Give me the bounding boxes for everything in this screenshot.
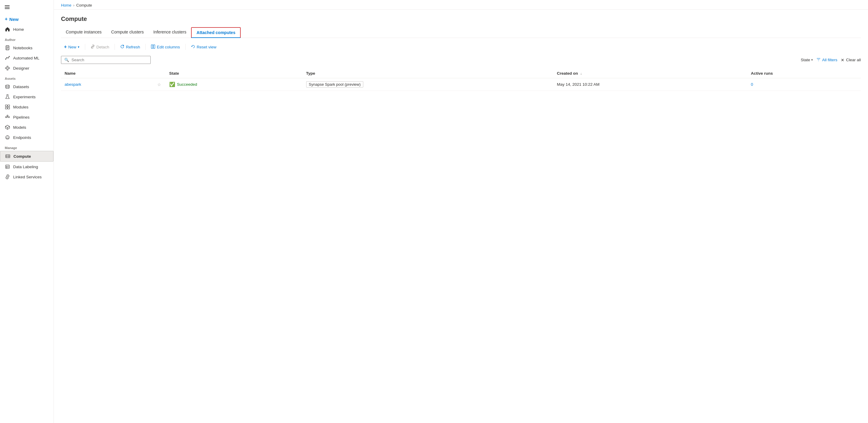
breadcrumb-current: Compute	[76, 3, 92, 7]
state-label: Succeeded	[177, 82, 197, 87]
models-icon	[5, 125, 10, 130]
endpoints-icon	[5, 135, 10, 140]
sidebar-item-models[interactable]: Models	[0, 122, 54, 132]
edit-columns-button[interactable]: Edit columns	[148, 43, 183, 51]
designer-icon	[5, 65, 10, 71]
svg-rect-21	[5, 107, 7, 109]
filter-icon	[816, 58, 820, 62]
author-section-label: Author	[0, 34, 54, 43]
new-dropdown-chevron: ▾	[78, 45, 80, 49]
svg-point-17	[6, 85, 9, 86]
tab-bar: Compute instances Compute clusters Infer…	[61, 27, 861, 38]
sidebar-item-automated-ml[interactable]: Automated ML	[0, 53, 54, 63]
svg-rect-11	[7, 69, 8, 70]
svg-line-29	[7, 126, 9, 128]
clear-all-button[interactable]: ✕ Clear all	[841, 58, 861, 62]
svg-point-24	[8, 117, 9, 118]
edit-columns-icon	[151, 44, 155, 50]
sidebar-item-notebooks[interactable]: Notebooks	[0, 43, 54, 53]
search-input[interactable]	[71, 58, 147, 62]
cell-created-on: May 14, 2021 10:22 AM	[553, 78, 747, 91]
plus-icon: +	[5, 17, 7, 22]
pipelines-icon	[5, 115, 10, 120]
main-content: Home › Compute Compute Compute instances…	[54, 0, 868, 423]
automated-ml-icon	[5, 55, 10, 61]
svg-line-30	[5, 126, 7, 128]
sidebar-item-designer[interactable]: Designer	[0, 63, 54, 73]
sidebar-item-compute[interactable]: Compute	[0, 151, 54, 162]
linked-services-icon	[5, 174, 10, 180]
home-icon	[5, 27, 10, 32]
compute-icon	[5, 154, 10, 159]
tab-compute-clusters[interactable]: Compute clusters	[106, 27, 149, 38]
manage-section-label: Manage	[0, 142, 54, 151]
svg-rect-10	[7, 66, 8, 67]
svg-rect-37	[6, 165, 9, 168]
svg-rect-22	[8, 107, 9, 109]
sidebar-item-datasets[interactable]: Datasets	[0, 82, 54, 92]
search-box[interactable]: 🔍	[61, 56, 151, 64]
tab-compute-instances[interactable]: Compute instances	[61, 27, 106, 38]
cell-star: ☆	[154, 78, 166, 91]
notebooks-icon	[5, 45, 10, 51]
svg-point-25	[7, 115, 8, 116]
sidebar-item-endpoints[interactable]: Endpoints	[0, 132, 54, 142]
new-button[interactable]: + New ▾	[61, 43, 83, 51]
sidebar-new-button[interactable]: + New	[0, 14, 54, 24]
svg-rect-43	[153, 44, 155, 48]
content-area: Compute Compute instances Compute cluste…	[54, 9, 868, 423]
svg-rect-20	[8, 105, 9, 107]
clear-icon: ✕	[841, 58, 844, 62]
plus-icon: +	[64, 44, 67, 50]
refresh-icon	[120, 44, 124, 50]
star-icon[interactable]: ☆	[157, 82, 161, 87]
tab-attached-computes[interactable]: Attached computes	[191, 27, 241, 38]
toolbar: + New ▾ Detach Refresh	[61, 43, 861, 51]
compute-name-link[interactable]: abespark	[65, 82, 81, 87]
toolbar-sep-3	[145, 44, 146, 50]
svg-point-7	[5, 59, 6, 60]
table-row: abespark ☆ ✅ Succeeded Synapse Spark poo…	[61, 78, 861, 91]
cell-active-runs: 0	[747, 78, 861, 91]
sidebar-item-experiments[interactable]: Experiments	[0, 92, 54, 102]
all-filters-button[interactable]: All filters	[816, 58, 837, 62]
reset-view-button[interactable]: Reset view	[188, 43, 219, 51]
sort-icon: ↓	[580, 72, 582, 75]
refresh-button[interactable]: Refresh	[117, 43, 143, 51]
tab-inference-clusters[interactable]: Inference clusters	[149, 27, 191, 38]
svg-rect-0	[5, 5, 9, 6]
detach-icon	[91, 44, 95, 50]
col-header-type: Type	[303, 69, 553, 78]
svg-rect-19	[5, 105, 7, 107]
compute-table: Name State Type Created on ↓ Active runs…	[61, 69, 861, 91]
sidebar-item-linked-services[interactable]: Linked Services	[0, 172, 54, 182]
detach-button[interactable]: Detach	[88, 43, 112, 51]
sidebar-item-modules[interactable]: Modules	[0, 102, 54, 112]
filter-right: State ▾ All filters ✕ Clear all	[801, 58, 861, 62]
svg-rect-2	[5, 8, 9, 9]
datasets-icon	[5, 84, 10, 89]
cell-state: ✅ Succeeded	[166, 78, 303, 91]
col-header-state: State	[166, 69, 303, 78]
cell-type: Synapse Spark pool (preview)	[303, 78, 553, 91]
sidebar-item-data-labeling[interactable]: Data Labeling	[0, 162, 54, 172]
filter-bar: 🔍 State ▾ All filters ✕ Clear all	[61, 56, 861, 64]
toolbar-sep-2	[115, 44, 115, 50]
hamburger-menu[interactable]	[0, 2, 54, 14]
modules-icon	[5, 104, 10, 110]
breadcrumb: Home › Compute	[54, 0, 868, 9]
cell-name: abespark	[61, 78, 154, 91]
svg-rect-9	[5, 67, 7, 69]
search-icon: 🔍	[64, 58, 69, 62]
page-title: Compute	[61, 15, 861, 23]
active-runs-link[interactable]: 0	[751, 82, 753, 87]
data-labeling-icon	[5, 164, 10, 169]
svg-rect-12	[8, 67, 9, 69]
sidebar-item-home[interactable]: Home	[0, 24, 54, 34]
breadcrumb-home-link[interactable]: Home	[61, 3, 71, 7]
state-filter[interactable]: State ▾	[801, 58, 813, 62]
svg-rect-42	[151, 44, 153, 48]
experiments-icon	[5, 94, 10, 99]
sidebar-item-pipelines[interactable]: Pipelines	[0, 112, 54, 122]
col-header-created-on[interactable]: Created on ↓	[553, 69, 747, 78]
